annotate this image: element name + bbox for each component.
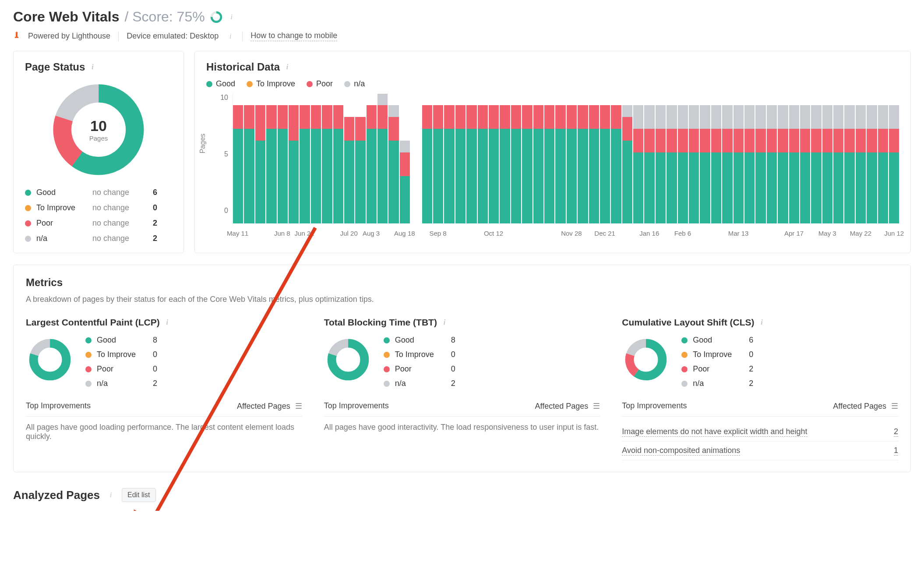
bar-segment-good [522,129,532,223]
bar-segment-good [578,129,588,223]
info-icon[interactable]: i [441,318,448,326]
bar-segment-na [844,105,854,129]
bar-segment-good [644,152,654,223]
hist-legend-item[interactable]: Poor [307,79,333,88]
bar-segment-na [800,105,810,129]
legend-label: To Improve [256,79,295,88]
sub-header: Powered by Lighthouse Device emulated: D… [13,31,911,41]
improvement-link[interactable]: Image elements do not have explicit widt… [622,427,807,437]
bar-segment-good [500,129,510,223]
hist-bar [300,105,310,223]
hist-bar [811,105,821,223]
svg-marker-3 [15,32,18,33]
bar-segment-poor [555,105,565,129]
improvement-link[interactable]: Avoid non-composited animations [622,446,740,456]
hist-bar [711,105,721,223]
bar-segment-poor [533,105,543,129]
metric-legend-row: n/a2 [85,379,166,388]
affected-pages-label[interactable]: Affected Pages ☰ [237,401,302,411]
legend-dot [85,352,92,358]
bar-segment-good [433,129,443,223]
hist-bar [266,105,276,223]
metric-legend-row: To Improve0 [85,350,166,359]
legend-row: Poorno change2 [25,219,172,228]
metric-donut [324,336,372,384]
bar-segment-good [388,141,399,223]
bar-segment-poor [478,105,488,129]
legend-dot [384,381,390,387]
improvement-count[interactable]: 1 [894,446,898,456]
hist-bar [444,105,454,223]
hist-legend-item[interactable]: n/a [344,79,365,88]
hist-bar [377,94,388,223]
bar-segment-good [533,129,543,223]
bar-segment-good [600,129,610,223]
bar-segment-poor [800,129,810,152]
hist-bar [734,105,744,223]
info-icon[interactable]: i [758,318,766,326]
info-icon[interactable]: i [283,63,291,71]
info-icon[interactable]: i [88,63,96,71]
bar-segment-good [633,152,643,223]
affected-pages-label[interactable]: Affected Pages ☰ [833,401,898,411]
bar-segment-poor [589,105,599,129]
bar-segment-good [589,129,599,223]
hist-bar [244,105,254,223]
bar-segment-good [266,129,276,223]
legend-dot [85,337,92,343]
bar-segment-good [444,129,454,223]
bar-segment-poor [633,129,643,152]
legend-value: 0 [153,350,166,359]
hist-bar [755,105,765,223]
x-tick: Jan 16 [639,230,659,237]
how-to-change-link[interactable]: How to change to mobile [250,31,337,41]
bar-segment-poor [856,129,866,152]
bar-segment-na [767,105,777,129]
legend-row: n/ano change2 [25,234,172,243]
info-icon[interactable]: i [107,491,115,499]
sort-icon: ☰ [891,402,898,410]
hist-legend-item[interactable]: Good [206,79,235,88]
metric-name: Cumulative Layout Shift (CLS) [622,317,754,328]
hist-bar [856,105,866,223]
bar-segment-poor [878,129,888,152]
bar-segment-na [700,105,710,129]
hist-legend-item[interactable]: To Improve [247,79,295,88]
analyzed-pages-title: Analyzed Pages [13,488,100,502]
metric-card: Cumulative Layout Shift (CLS) iGood6To I… [622,317,898,460]
bar-segment-poor [244,105,254,129]
legend-dot [681,352,688,358]
bar-segment-good [233,129,243,223]
hist-bar [422,105,432,223]
legend-value: 2 [148,234,157,243]
metric-legend-row: To Improve0 [681,350,762,359]
edit-list-button[interactable]: Edit list [122,488,156,502]
improvement-note: All pages have good loading performance.… [26,423,302,441]
bar-segment-good [689,152,699,223]
bar-segment-good [789,152,799,223]
legend-label: Good [216,79,235,88]
bar-segment-good [811,152,821,223]
bar-segment-na [377,94,388,105]
legend-value: 2 [749,379,762,388]
legend-label: n/a [693,379,745,388]
affected-pages-label[interactable]: Affected Pages ☰ [535,401,600,411]
info-icon[interactable]: i [163,318,171,326]
legend-change: no change [92,234,145,243]
improvement-row: Image elements do not have explicit widt… [622,423,898,442]
info-icon[interactable]: i [228,13,236,21]
info-icon[interactable]: i [226,32,234,40]
bar-segment-poor [300,105,310,129]
legend-label: n/a [36,234,89,243]
hist-bar [278,105,288,223]
bar-segment-poor [355,117,365,141]
bar-segment-na [622,105,632,117]
legend-value: 0 [451,364,464,374]
metric-legend-row: Poor2 [681,364,762,374]
improvement-count[interactable]: 2 [894,427,898,437]
metric-legend-row: Good8 [85,336,166,345]
bar-segment-poor [578,105,588,129]
legend-label: To Improve [395,350,448,359]
hist-bar [478,105,488,223]
bar-segment-poor [322,105,332,129]
